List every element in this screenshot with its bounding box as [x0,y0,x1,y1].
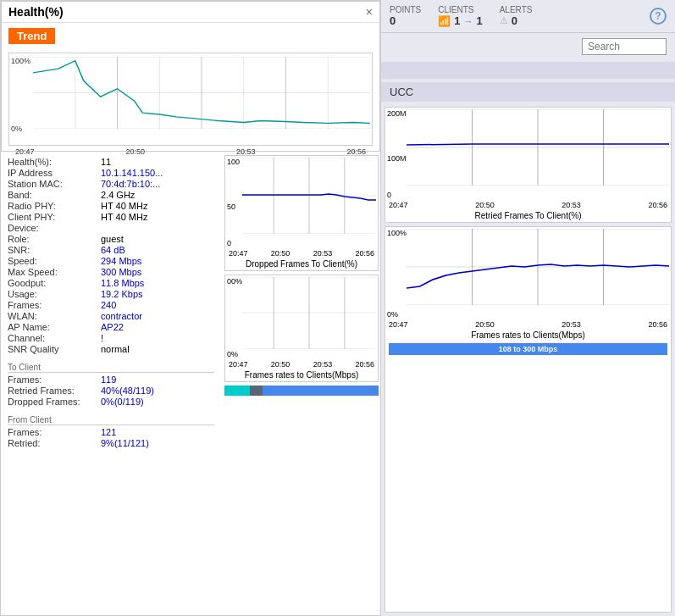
info-row-device: Device: [8,223,214,233]
from-client-section: From Client Frames: 121 Retried: 9%(11/1… [8,415,214,448]
info-row-max-speed: Max Speed: 300 Mbps [8,267,214,277]
help-button[interactable]: ? [650,8,667,25]
info-row-speed: Speed: 294 Mbps [8,256,214,266]
info-row-mac: Station MAC: 70:4d:7b:10:... [8,179,214,189]
wifi-icon: 📶 [438,15,451,27]
ucc-bar: UCC [381,82,675,102]
info-row-snr-quality: SNR Quality normal [8,344,214,354]
dropped-frames-chart: 100 50 0 [224,155,379,271]
arrow-icon: → [463,16,473,26]
close-button[interactable]: × [366,5,373,19]
search-bar [381,33,675,60]
frames-rates-bottom-chart: 00% 0% 20:47 20:50 [224,275,379,382]
frames-rates-right-title: Frames rates to Clients(Mbps) [385,329,671,341]
health-card-title: Health(%) [8,5,64,19]
info-row-ip: IP Address 10.1.141.150... [8,168,214,178]
frames-rates-right-chart: 100% 0% 20:47 20:50 [385,226,672,613]
frames-color-bar-bottom [224,386,379,396]
to-client-dropped: Dropped Frames: 0%(0/119) [8,397,214,407]
alert-icon: ⚠ [500,15,508,26]
health-card: Health(%) × Trend 100% 0% [1,1,380,152]
dropped-frames-title: Dropped Frames To Client(%) [225,258,378,270]
retried-frames-title: Retried Frames To Client(%) [385,209,671,222]
info-row-wlan: WLAN: contractor [8,311,214,321]
frames-rates-bottom-title: Frames rates to Clients(Mbps) [225,369,378,381]
to-client-retried: Retried Frames: 40%(48/119) [8,386,214,396]
info-row-frames: Frames: 240 [8,300,214,310]
info-row-health: Health(%): 11 [8,157,214,167]
clients-section: CLIENTS 📶 1 → 1 [438,5,482,27]
info-row-role: Role: guest [8,234,214,244]
to-client-section: To Client Frames: 119 Retried Frames: 40… [8,363,214,407]
health-chart-xaxis: 20:47 20:50 20:53 20:56 [8,147,373,156]
chart-y-max: 100% [11,57,30,65]
from-client-frames: Frames: 121 [8,427,214,437]
top-bar: POINTS 0 CLIENTS 📶 1 → 1 ALERTS [381,0,675,33]
info-row-band: Band: 2.4 GHz [8,190,214,200]
search-input[interactable] [582,38,667,55]
spacer-bar [381,62,675,79]
retried-frames-chart: 200M 100M 0 [385,107,672,223]
alerts-section: ALERTS ⚠ 0 [500,5,533,27]
points-section: POINTS 0 [390,5,421,27]
info-row-snr: SNR: 64 dB [8,245,214,255]
info-row-ap: AP Name: AP22 [8,322,214,332]
from-client-retried: Retried: 9%(11/121) [8,438,214,448]
info-row-radio-phy: Radio PHY: HT 40 MHz [8,201,214,211]
info-row-goodput: Goodput: 11.8 Mbps [8,278,214,288]
chart-y-min: 0% [11,125,22,133]
info-row-client-phy: Client PHY: HT 40 MHz [8,212,214,222]
info-row-channel: Channel: ! [8,333,214,343]
health-trend-chart: 100% 0% [2,49,379,151]
to-client-frames: Frames: 119 [8,375,214,385]
frames-color-bar-right: 108 to 300 Mbps [389,343,667,355]
info-row-usage: Usage: 19.2 Kbps [8,289,214,299]
trend-label: Trend [8,28,55,44]
